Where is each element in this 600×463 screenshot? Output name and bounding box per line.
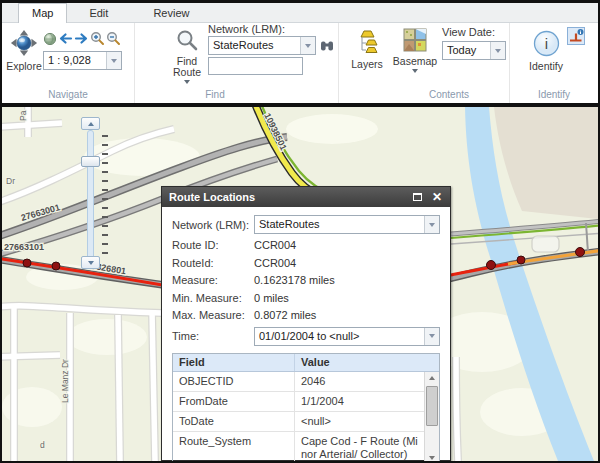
group-contents: Layers [339, 23, 510, 103]
map-zoom-slider [81, 117, 109, 269]
previous-extent-icon[interactable] [58, 31, 73, 46]
binoculars-icon[interactable] [320, 39, 334, 54]
route-locations-dialog: Route Locations ✕ Network (LRM): StateRo… [161, 186, 451, 461]
time-value: 01/01/2004 to <null> [255, 328, 424, 345]
ribbon-body: Explore [2, 23, 598, 103]
route-shield [532, 236, 559, 252]
table-header-field: Field [173, 354, 295, 371]
navigate-group-label: Navigate [2, 89, 134, 100]
group-navigate: Explore [2, 23, 135, 103]
zoom-slider-up-button[interactable] [81, 117, 100, 130]
app-window: Map Edit Review [0, 0, 600, 463]
map-label-pa: Pa [18, 110, 28, 121]
identify-button[interactable]: i Identify [524, 30, 568, 72]
scroll-down-arrow-icon[interactable] [425, 452, 439, 462]
cell-field: OBJECTID [173, 372, 295, 391]
network-lrm-combobox[interactable]: StateRoutes [208, 36, 316, 55]
cell-field: FromDate [173, 392, 295, 411]
explore-icon [10, 29, 38, 59]
network-lrm-dropdown-button[interactable] [300, 37, 315, 54]
route-search-input[interactable] [208, 57, 303, 75]
map-label-le-manz-dr: Le Manz Dr [60, 359, 70, 403]
route-id-value: CCR004 [254, 238, 296, 254]
tab-edit[interactable]: Edit [76, 4, 121, 22]
group-find: Find Route Network (LRM): StateRoutes Fi… [135, 23, 339, 103]
table-header-row: Field Value [173, 354, 439, 372]
max-measure-value: 0.8072 miles [254, 308, 316, 324]
identify-group-label: Identify [510, 89, 598, 100]
view-date-dropdown-button[interactable] [490, 42, 505, 59]
zoom-in-icon[interactable] [90, 31, 105, 46]
layers-label: Layers [351, 58, 383, 70]
basemap-button[interactable]: Basemap [392, 28, 438, 73]
dialog-network-combobox[interactable]: StateRoutes [254, 215, 440, 234]
cell-field: ToDate [173, 412, 295, 431]
map-label-dr: Dr [6, 176, 15, 186]
dialog-close-button[interactable]: ✕ [430, 190, 444, 204]
scrollbar-thumb[interactable] [426, 386, 438, 426]
find-route-dropdown-caret [184, 80, 190, 84]
layers-button[interactable]: Layers [347, 29, 387, 70]
layers-icon [355, 29, 379, 57]
scroll-up-arrow-icon[interactable] [425, 372, 439, 385]
dialog-network-value: StateRoutes [255, 216, 424, 233]
zoom-slider-ticks [102, 135, 108, 261]
map-label-route-b: 27663101 [4, 242, 44, 252]
view-date-label: View Date: [442, 26, 495, 38]
table-row[interactable]: OBJECTID 2046 [173, 372, 439, 392]
dialog-maximize-button[interactable] [410, 190, 424, 204]
measure-value: 0.1623178 miles [254, 273, 335, 289]
identify-route-locations-icon[interactable] [567, 27, 585, 45]
svg-text:i: i [544, 35, 547, 52]
next-extent-icon[interactable] [74, 31, 89, 46]
identify-icon: i [533, 30, 560, 59]
map-scale-combobox[interactable]: 1 : 9,028 [43, 51, 122, 70]
ribbon-tab-bar: Map Edit Review [2, 3, 598, 23]
find-route-label-line2: Route [173, 66, 201, 78]
cell-value: 2046 [295, 372, 439, 391]
dialog-title-bar[interactable]: Route Locations ✕ [162, 187, 450, 207]
zoom-out-icon[interactable] [106, 31, 121, 46]
navigate-icon-row [42, 31, 121, 46]
table-scrollbar[interactable] [424, 372, 439, 462]
zoom-slider-track[interactable] [87, 130, 94, 265]
map-view[interactable]: 27663001 27663101 27326801 10938501 Le M… [2, 107, 598, 461]
tab-map[interactable]: Map [18, 3, 67, 23]
zoom-slider-handle[interactable] [81, 156, 100, 167]
tab-review[interactable]: Review [140, 4, 202, 22]
group-identify: i Identify Identify [510, 23, 598, 103]
routeid-value: CCR004 [254, 256, 296, 272]
view-date-combobox[interactable]: Today [442, 41, 506, 60]
explore-button[interactable]: Explore [4, 29, 44, 72]
find-group-label: Find [135, 89, 295, 100]
cell-value: <null> [295, 412, 439, 431]
time-dropdown-button[interactable] [424, 328, 439, 345]
time-combobox[interactable]: 01/01/2004 to <null> [254, 327, 440, 346]
view-date-value: Today [443, 42, 490, 59]
explore-label: Explore [6, 60, 42, 72]
basemap-icon [403, 28, 427, 54]
full-extent-globe-icon[interactable] [42, 31, 57, 46]
table-body: OBJECTID 2046 FromDate 1/1/2004 ToDate <… [173, 372, 439, 462]
map-scale-dropdown-button[interactable] [106, 52, 121, 69]
zoom-slider-down-button[interactable] [81, 256, 100, 269]
route-attributes: Route ID:CCR004 RouteId:CCR004 Measure:0… [172, 238, 440, 324]
max-measure-label: Max. Measure: [172, 308, 254, 324]
table-row[interactable]: FromDate 1/1/2004 [173, 392, 439, 412]
find-route-magnifier-icon [175, 28, 199, 54]
identify-label: Identify [529, 60, 563, 72]
attributes-table: Field Value OBJECTID 2046 FromDate 1/1/2… [172, 353, 440, 462]
route-id-label: Route ID: [172, 238, 254, 254]
table-header-value: Value [295, 356, 439, 368]
dialog-network-label: Network (LRM): [172, 219, 254, 231]
table-row[interactable]: ToDate <null> [173, 412, 439, 432]
table-row[interactable]: Route_System Cape Cod - F Route (Minor A… [173, 432, 439, 462]
cell-value: Cape Cod - F Route (Minor Arterial/ Coll… [295, 432, 439, 462]
dialog-body: Network (LRM): StateRoutes Route ID:CCR0… [162, 207, 450, 461]
dialog-title: Route Locations [162, 191, 410, 203]
find-route-button[interactable]: Find Route [168, 28, 206, 84]
min-measure-value: 0 miles [254, 291, 289, 307]
cell-value: 1/1/2004 [295, 392, 439, 411]
min-measure-label: Min. Measure: [172, 291, 254, 307]
dialog-network-dropdown-button[interactable] [424, 216, 439, 233]
